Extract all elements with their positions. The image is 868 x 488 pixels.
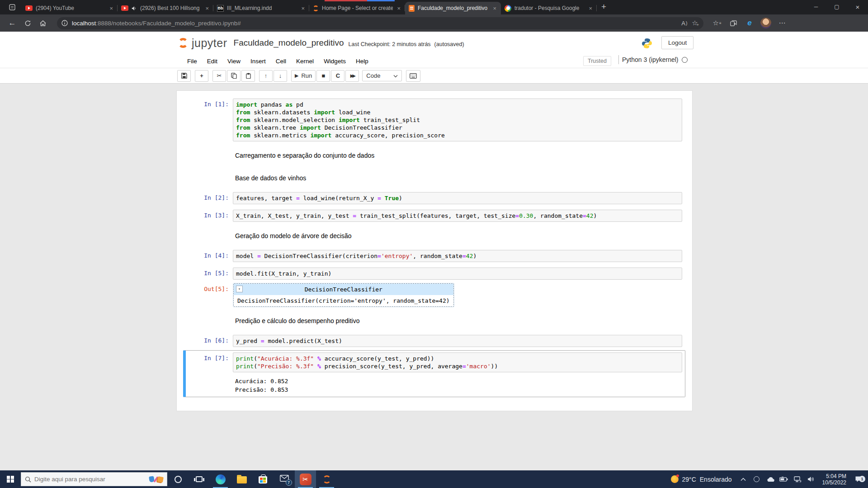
interrupt-kernel-button[interactable]: ■ [316, 70, 330, 82]
browser-tab[interactable]: tradutor - Pesquisa Google× [501, 2, 597, 14]
tab-close-icon[interactable]: × [108, 5, 114, 12]
notebook-title[interactable]: Faculdade_modelo_preditivo [234, 38, 344, 48]
taskbar-search-box[interactable] [21, 472, 167, 486]
favorites-icon[interactable]: ☆≡ [709, 16, 725, 30]
tab-close-icon[interactable]: × [492, 5, 497, 12]
add-cell-button[interactable]: + [195, 70, 208, 82]
input-prompt: In [6]: [186, 335, 233, 344]
taskbar-clock[interactable]: 5:04 PM 10/5/2022 [819, 473, 850, 486]
cell-input[interactable]: model = DecisionTreeClassifier(criterion… [233, 250, 682, 262]
tab-close-icon[interactable]: × [300, 5, 306, 12]
cell-input[interactable]: print("Acurácia: %.3f" % accuracy_score(… [233, 352, 682, 372]
move-cell-up-button[interactable]: ↑ [259, 70, 273, 82]
code-cell[interactable]: In [2]:features, target = load_wine(retu… [183, 190, 685, 206]
checkpoint-text: Last Checkpoint: 2 minutos atrás [349, 41, 431, 47]
onedrive-icon[interactable] [764, 477, 776, 482]
browser-tab[interactable]: Home Page - Select or create a n× [309, 2, 405, 14]
read-aloud-icon[interactable]: A) [681, 20, 687, 27]
restart-kernel-button[interactable]: C [331, 70, 344, 82]
tab-audio-icon[interactable] [132, 6, 137, 11]
restart-run-all-button[interactable]: ▶▶ [345, 70, 359, 82]
collections-icon[interactable] [725, 16, 741, 30]
code-cell[interactable]: In [4]:model = DecisionTreeClassifier(cr… [183, 248, 685, 264]
tab-close-icon[interactable]: × [204, 5, 210, 12]
menu-item-edit[interactable]: Edit [202, 58, 222, 65]
code-cell[interactable]: In [3]:X_train, X_test, y_train, y_test … [183, 207, 685, 224]
settings-menu-icon[interactable]: ⋯ [774, 16, 790, 30]
markdown-cell[interactable]: Geração do modelo de árvore de decisão [183, 225, 685, 247]
new-tab-button[interactable]: + [601, 2, 606, 12]
browser-tab[interactable]: (2926) Best 100 Hillsong Pra× [118, 2, 213, 14]
code-cell[interactable]: In [7]:print("Acurácia: %.3f" % accuracy… [183, 350, 685, 397]
cell-type-select[interactable]: Code [362, 70, 402, 81]
menu-item-file[interactable]: File [182, 58, 202, 65]
code-line: from sklearn.model_selection import trai… [236, 116, 679, 124]
start-button[interactable] [0, 470, 21, 488]
mail-badge: 7 [286, 479, 292, 486]
cell-input[interactable]: features, target = load_wine(return_X_y … [233, 192, 682, 204]
paste-cell-button[interactable] [241, 70, 255, 82]
code-cell[interactable]: In [6]:y_pred = model.predict(X_test) [183, 333, 685, 349]
search-input[interactable] [34, 476, 146, 483]
menu-item-view[interactable]: View [222, 58, 245, 65]
snipping-tool-button[interactable]: ✂ [295, 470, 316, 488]
tray-expand-icon[interactable] [737, 478, 749, 481]
command-palette-button[interactable] [406, 70, 420, 82]
taskbar-edge-button[interactable] [210, 470, 231, 488]
estimator-toggle-icon[interactable]: ▾ [236, 286, 243, 292]
microsoft-store-button[interactable] [252, 470, 274, 488]
markdown-cell[interactable]: Carregamento e separação do conjunto de … [183, 145, 685, 166]
browser-tab[interactable]: BbIII_MLearning.indd× [213, 2, 309, 14]
weather-widget[interactable]: 29°C Ensolarado [667, 475, 736, 483]
site-info-icon[interactable] [61, 20, 68, 26]
jupyter-logo[interactable]: jupyter [178, 37, 227, 50]
add-favorite-icon[interactable]: ☆+ [692, 19, 699, 27]
cortana-button[interactable] [167, 470, 189, 488]
tab-close-icon[interactable]: × [588, 5, 593, 12]
action-center-button[interactable]: 1 [852, 476, 865, 483]
back-icon[interactable]: ← [5, 16, 20, 30]
code-cell[interactable]: In [1]:import pandas as pdfrom sklearn.d… [183, 96, 685, 144]
battery-icon[interactable] [778, 477, 790, 482]
menu-item-kernel[interactable]: Kernel [291, 58, 319, 65]
mail-button[interactable]: 7 [274, 470, 295, 488]
cell-input[interactable]: y_pred = model.predict(X_test) [233, 335, 682, 347]
browser-tab[interactable]: (2904) YouTube× [22, 2, 118, 14]
tab-actions-button[interactable] [5, 2, 19, 13]
network-icon[interactable] [792, 476, 803, 482]
browser-tab[interactable]: Faculdade_modelo_preditivo - Ju× [405, 2, 501, 14]
save-button[interactable] [177, 70, 191, 82]
markdown-cell[interactable]: Base de dados de vinhos [183, 167, 685, 189]
menu-item-widgets[interactable]: Widgets [319, 58, 351, 65]
volume-icon[interactable] [805, 476, 817, 482]
edge-icon [216, 474, 226, 484]
code-cell[interactable]: In [5]:model.fit(X_train, y_train)Out[5]… [183, 265, 685, 309]
tab-close-icon[interactable]: × [396, 5, 401, 12]
cell-input[interactable]: model.fit(X_train, y_train) [233, 267, 682, 280]
maximize-button[interactable]: ▢ [826, 0, 847, 14]
profile-avatar[interactable] [758, 16, 774, 30]
menu-item-help[interactable]: Help [351, 58, 373, 65]
code-line: y_pred = model.predict(X_test) [236, 337, 679, 345]
close-button[interactable]: × [847, 0, 868, 14]
meet-now-icon[interactable] [751, 476, 763, 482]
logout-button[interactable]: Logout [661, 36, 693, 49]
trusted-button[interactable]: Trusted [583, 56, 611, 66]
cut-cell-button[interactable]: ✂ [212, 70, 226, 82]
markdown-cell[interactable]: Predição e cálculo do desempenho prediti… [183, 310, 685, 332]
taskbar-jupyter-button[interactable] [316, 470, 337, 488]
cell-input[interactable]: X_train, X_test, y_train, y_test = train… [233, 210, 682, 222]
copy-cell-button[interactable] [227, 70, 241, 82]
cell-input[interactable]: import pandas as pdfrom sklearn.datasets… [233, 99, 682, 141]
ie-mode-icon[interactable]: e [741, 16, 758, 30]
move-cell-down-button[interactable]: ↓ [274, 70, 287, 82]
menu-item-insert[interactable]: Insert [245, 58, 271, 65]
run-button[interactable]: ▶Run [291, 70, 316, 82]
task-view-button[interactable] [189, 470, 210, 488]
home-icon[interactable] [35, 16, 51, 30]
minimize-button[interactable]: ─ [806, 0, 826, 14]
url-field[interactable]: localhost:8888/notebooks/Faculdade_model… [57, 17, 703, 29]
refresh-icon[interactable] [20, 16, 35, 30]
menu-item-cell[interactable]: Cell [271, 58, 291, 65]
file-explorer-button[interactable] [231, 470, 252, 488]
